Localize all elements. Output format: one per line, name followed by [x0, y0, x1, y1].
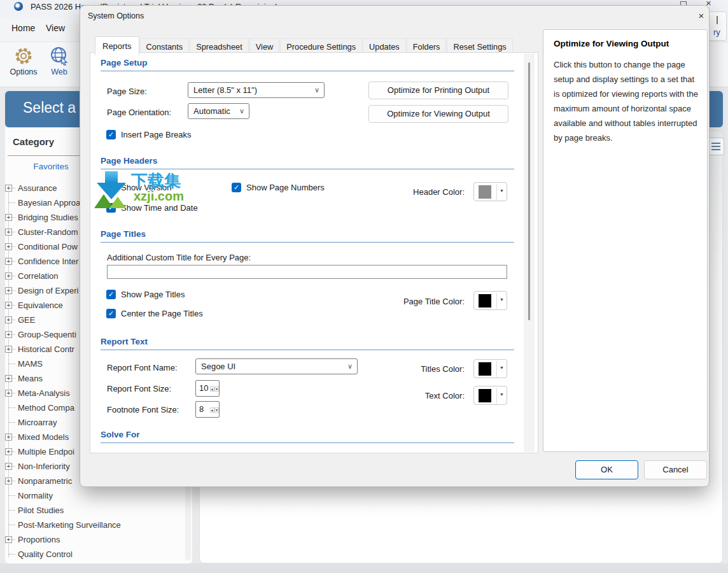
split-divider	[496, 388, 497, 404]
dialog-tab-label: Spreadsheet	[196, 42, 242, 52]
tree-item-label: Historical Contr	[18, 344, 74, 354]
header-color-swatch	[479, 185, 491, 199]
optimize-viewing-button[interactable]: Optimize for Viewing Output	[368, 105, 508, 123]
expand-plus-icon[interactable]	[5, 229, 12, 236]
tree-item[interactable]: Normality	[5, 488, 185, 503]
expand-plus-icon[interactable]	[5, 536, 12, 543]
dialog-tab-label: Constants	[146, 42, 183, 52]
page-orientation-select[interactable]: Automatic ∨	[188, 103, 249, 119]
options-button[interactable]: Options	[6, 46, 41, 76]
options-label: Options	[6, 67, 41, 76]
tree-item-label: MAMS	[18, 359, 43, 369]
help-panel-title: Optimize for Viewing Output	[554, 39, 697, 48]
stepper-up-icon[interactable]: ▲	[210, 407, 214, 413]
stepper-up-icon[interactable]: ▲	[210, 386, 214, 392]
tree-item-label: Assurance	[18, 183, 57, 193]
tree-item-label: Meta-Analysis	[18, 388, 70, 398]
tree-item-label: Method Compa	[18, 403, 74, 413]
banner-title: Select a	[23, 99, 76, 117]
split-divider	[496, 184, 497, 200]
tree-item[interactable]: Pilot Studies	[5, 503, 185, 518]
report-font-name-value: Segoe UI	[201, 362, 235, 371]
titles-color-label: Titles Color:	[370, 364, 465, 374]
ok-button[interactable]: OK	[575, 460, 638, 479]
expand-plus-icon[interactable]	[5, 434, 12, 441]
expand-plus-icon[interactable]	[5, 258, 12, 265]
app-logo-icon	[14, 2, 23, 11]
chevron-down-icon: ▼	[500, 188, 504, 193]
tree-item-label: Means	[18, 374, 43, 383]
system-options-dialog: System Options × Reports Constants Sprea…	[80, 5, 710, 487]
expand-plus-icon[interactable]	[5, 463, 12, 470]
expand-plus-icon[interactable]	[5, 287, 12, 294]
dialog-close-icon[interactable]: ×	[694, 9, 709, 23]
text-color-button[interactable]: ▼	[473, 386, 507, 405]
report-font-size-label: Report Font Size:	[107, 384, 171, 393]
show-page-titles-label: Show Page Titles	[121, 290, 185, 300]
report-font-size-stepper[interactable]: 10 ▲▼	[195, 380, 220, 397]
split-divider	[496, 293, 497, 309]
stepper-down-icon[interactable]: ▼	[214, 407, 219, 413]
report-font-size-value: 10	[199, 383, 208, 393]
tab-view[interactable]: View	[46, 23, 65, 33]
dialog-tab[interactable]: Reports	[95, 36, 139, 55]
expand-plus-icon[interactable]	[5, 302, 12, 309]
window-bottom-strip	[0, 563, 728, 573]
tree-item[interactable]: Quality Control	[5, 547, 185, 562]
cancel-button[interactable]: Cancel	[644, 460, 707, 479]
watermark-text-url: xzji.com	[134, 189, 184, 204]
report-font-name-select[interactable]: Segoe UI ∨	[195, 358, 358, 374]
expand-plus-icon[interactable]	[5, 375, 12, 382]
content-scrollbar-thumb[interactable]	[528, 62, 530, 320]
tree-item-label: GEE	[18, 315, 35, 325]
stepper-down-icon[interactable]: ▼	[214, 386, 219, 392]
titles-color-swatch	[479, 362, 491, 376]
page-size-select[interactable]: Letter (8.5" x 11") ∨	[188, 82, 325, 98]
ribbon-edge-button[interactable]: ry	[708, 11, 727, 41]
chevron-down-icon: ∨	[314, 83, 319, 97]
expand-plus-icon[interactable]	[5, 390, 12, 397]
expand-plus-icon[interactable]	[5, 214, 12, 221]
tree-item-label: Post-Marketing Surveillance	[18, 520, 121, 530]
tree-item-label: Bayesian Approac	[18, 198, 85, 208]
page-title-color-button[interactable]: ▼	[473, 291, 507, 310]
footnote-font-size-stepper[interactable]: 8 ▲▼	[195, 401, 220, 418]
optimize-printing-button[interactable]: Optimize for Printing Output	[368, 81, 508, 99]
ribbon-edge-label: ry	[713, 27, 720, 37]
expand-plus-icon[interactable]	[5, 243, 12, 250]
list-icon	[711, 143, 720, 151]
dialog-tab-label: Folders	[413, 42, 440, 52]
page-orientation-label: Page Orientation:	[107, 108, 171, 117]
web-button[interactable]: Web	[42, 46, 76, 76]
report-text-heading: Report Text	[101, 337, 514, 350]
expand-plus-icon[interactable]	[5, 448, 12, 455]
content-scrollbar[interactable]	[524, 53, 535, 452]
expand-plus-icon[interactable]	[5, 185, 12, 192]
page-title-color-label: Page Title Color:	[364, 297, 465, 306]
tree-item[interactable]: Post-Marketing Surveillance	[5, 518, 185, 532]
expand-plus-icon[interactable]	[5, 272, 12, 279]
checkbox-check-icon: ✓	[106, 290, 116, 299]
tab-home[interactable]: Home	[11, 23, 35, 33]
tree-item-label: Microarray	[18, 418, 57, 427]
tree-item[interactable]: Proportions	[5, 532, 185, 547]
expand-plus-icon[interactable]	[5, 316, 12, 323]
text-color-swatch	[479, 389, 491, 402]
footnote-font-size-label: Footnote Font Size:	[107, 405, 179, 414]
split-divider	[496, 361, 497, 377]
help-panel-body: Click this button to change the page set…	[554, 57, 698, 145]
dialog-tab-label: Procedure Settings	[286, 42, 356, 52]
expand-plus-icon[interactable]	[5, 478, 12, 485]
header-color-button[interactable]: ▼	[473, 182, 507, 201]
center-page-titles-label: Center the Page Titles	[121, 309, 203, 319]
insert-page-breaks-label: Insert Page Breaks	[121, 130, 192, 140]
expand-plus-icon[interactable]	[5, 346, 12, 353]
expand-plus-icon[interactable]	[5, 331, 12, 338]
tree-item-label: Conditional Pow	[18, 242, 78, 251]
category-header: Category	[13, 136, 54, 147]
custom-title-input[interactable]	[107, 265, 507, 279]
tree-item-label: Mixed Models	[18, 432, 69, 442]
titles-color-button[interactable]: ▼	[473, 359, 507, 378]
report-font-name-label: Report Font Name:	[107, 363, 178, 372]
favorites-link[interactable]: Favorites	[19, 162, 83, 171]
